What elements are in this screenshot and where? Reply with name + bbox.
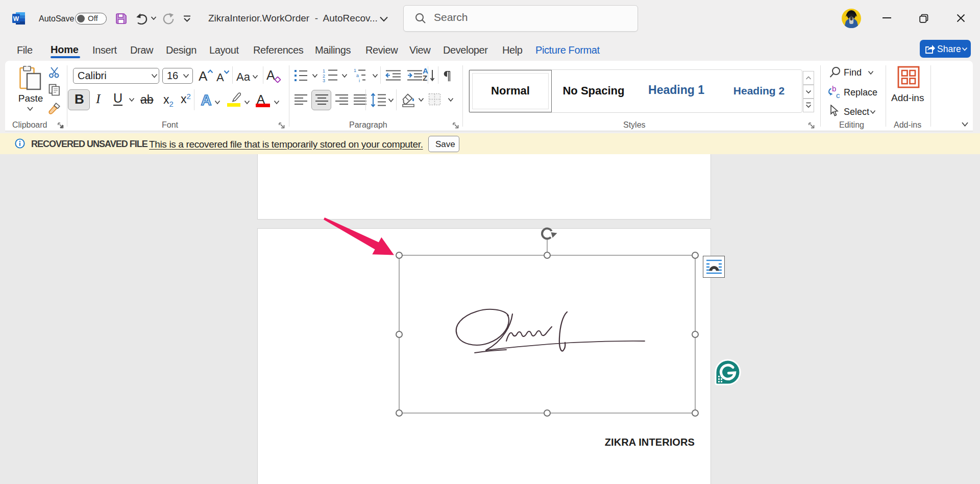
svg-text:3: 3 [323,78,325,83]
svg-text:1: 1 [354,68,356,73]
svg-text:A: A [201,92,212,108]
svg-text:1: 1 [323,68,325,74]
svg-text:c: c [836,91,840,99]
svg-text:W: W [13,15,19,22]
svg-text:a: a [356,73,359,78]
svg-text:i: i [359,78,360,83]
